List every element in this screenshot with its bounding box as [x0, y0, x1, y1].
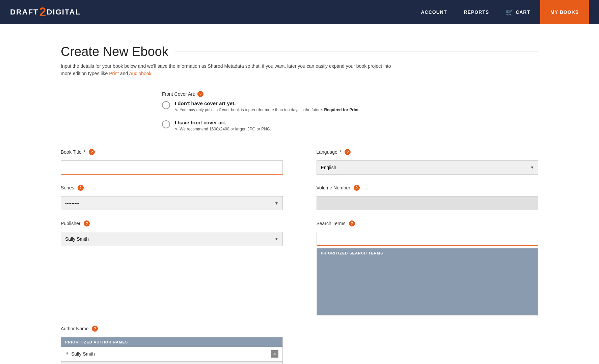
search-terms-label: Search Terms: ? [317, 220, 539, 226]
radio-no-cover-input[interactable] [162, 101, 170, 109]
main-content: Create New Ebook Input the details for y… [0, 24, 599, 364]
radio-no-cover-content: I don't have cover art yet. ✎ You may on… [175, 100, 360, 113]
cart-icon: 🛒 [506, 8, 514, 16]
logo-prefix: DRAFT [10, 8, 39, 17]
page-title: Create New Ebook [61, 44, 538, 59]
print-link[interactable]: Print [109, 71, 119, 76]
author-name-text: Sally Smith [71, 351, 268, 357]
logo: DRAFT 2 DIGITAL [10, 6, 81, 18]
language-select-wrapper: English French German Spanish Italian ▼ [317, 160, 539, 175]
radio-has-cover-desc: ✎ We recommend 1600x2400 or larger, JPG … [175, 126, 271, 132]
language-label: Language*: ? [317, 149, 539, 155]
cart-label: CART [516, 9, 530, 15]
logo-number: 2 [39, 6, 46, 18]
radio-has-cover-title: I have front cover art. [175, 120, 271, 125]
remove-author-button[interactable]: × [271, 350, 278, 358]
search-terms-field: Search Terms: ? PRIORITIZED SEARCH TERMS [317, 220, 539, 315]
book-title-help-icon[interactable]: ? [89, 149, 95, 155]
search-terms-help-icon[interactable]: ? [349, 220, 355, 226]
series-select-wrapper: --------- ▼ [61, 196, 283, 210]
edit-icon-1: ✎ [175, 108, 178, 112]
language-select[interactable]: English French German Spanish Italian [317, 160, 539, 175]
series-help-icon[interactable]: ? [78, 185, 84, 191]
author-item: ⠿ Sally Smith × [61, 347, 282, 361]
nav-reports[interactable]: REPORTS [457, 9, 496, 15]
drag-handle-icon[interactable]: ⠿ [65, 351, 69, 357]
publisher-select-wrapper: Sally Smith ▼ [61, 232, 283, 246]
prioritized-author-names-header: PRIORITIZED AUTHOR NAMES [61, 337, 282, 347]
volume-number-input[interactable] [317, 196, 539, 210]
radio-has-cover: I have front cover art. ✎ We recommend 1… [162, 120, 538, 132]
radio-has-cover-content: I have front cover art. ✎ We recommend 1… [175, 120, 271, 132]
page-subtitle: Input the details for your book below an… [61, 62, 391, 78]
prioritized-search-terms-box: PRIORITIZED SEARCH TERMS [317, 248, 539, 315]
prioritized-search-terms-header: PRIORITIZED SEARCH TERMS [317, 248, 538, 258]
author-name-field: Author Name: ? PRIORITIZED AUTHOR NAMES … [61, 326, 283, 364]
cover-art-help-icon[interactable]: ? [197, 91, 203, 97]
audiobook-link[interactable]: Audiobook. [129, 71, 153, 76]
header: DRAFT 2 DIGITAL ACCOUNT REPORTS 🛒 CART M… [0, 0, 599, 24]
search-terms-body [317, 258, 538, 312]
volume-number-label: Volume Number: ? [317, 185, 539, 191]
cover-art-section: Front Cover Art: ? I don't have cover ar… [162, 91, 538, 132]
series-field: Series: ? --------- ▼ [61, 185, 283, 210]
radio-no-cover: I don't have cover art yet. ✎ You may on… [162, 100, 538, 113]
series-select[interactable]: --------- [61, 196, 283, 210]
prioritized-author-names-box: PRIORITIZED AUTHOR NAMES ⠿ Sally Smith ×… [61, 337, 283, 364]
choose-author-select[interactable]: Choose Author... [61, 361, 282, 364]
form-grid: Book Title*: ? Language*: ? English Fren… [61, 149, 538, 364]
publisher-help-icon[interactable]: ? [84, 220, 90, 226]
nav: ACCOUNT REPORTS 🛒 CART MY BOOKS [414, 0, 589, 24]
author-name-help-icon[interactable]: ? [92, 326, 98, 332]
radio-no-cover-desc: ✎ You may only publish if your book is a… [175, 107, 360, 113]
radio-no-cover-title: I don't have cover art yet. [175, 100, 360, 106]
volume-number-field: Volume Number: ? [317, 185, 539, 210]
cover-art-label: Front Cover Art: ? [162, 91, 538, 97]
publisher-select[interactable]: Sally Smith [61, 232, 283, 246]
volume-number-help-icon[interactable]: ? [354, 185, 360, 191]
logo-suffix: DIGITAL [47, 8, 81, 17]
search-terms-input[interactable] [317, 232, 539, 246]
book-title-input[interactable] [61, 160, 283, 175]
book-title-label: Book Title*: ? [61, 149, 283, 155]
my-books-button[interactable]: MY BOOKS [540, 0, 589, 24]
series-label: Series: ? [61, 185, 283, 191]
choose-author-wrapper: Choose Author... ▼ [61, 361, 282, 364]
author-name-label: Author Name: ? [61, 326, 283, 332]
language-help-icon[interactable]: ? [345, 149, 351, 155]
book-title-field: Book Title*: ? [61, 149, 283, 175]
nav-cart[interactable]: 🛒 CART [499, 8, 537, 16]
publisher-label: Publisher: ? [61, 220, 283, 226]
title-divider [175, 52, 538, 52]
nav-account[interactable]: ACCOUNT [414, 9, 454, 15]
publisher-field: Publisher: ? Sally Smith ▼ [61, 220, 283, 315]
language-field: Language*: ? English French German Spani… [317, 149, 539, 175]
edit-icon-2: ✎ [175, 127, 178, 131]
radio-has-cover-input[interactable] [162, 120, 170, 128]
